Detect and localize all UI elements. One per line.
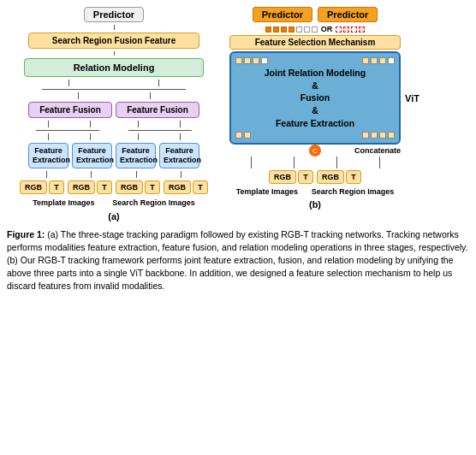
rgb-t-group-3: RGB T: [116, 180, 160, 194]
dot-1: [265, 27, 271, 32]
vl11: [138, 133, 139, 140]
vit-top-dots-row: [235, 57, 395, 64]
image-labels-a: Template Images Search Region Images: [24, 198, 204, 207]
connector-row-2: [42, 92, 186, 99]
fusion-feature-box: Search Region Fusion Feature: [28, 32, 199, 49]
predictor-box-b1: Predictor: [253, 7, 312, 22]
dot-r3: [351, 27, 357, 32]
connector-row-5: [24, 171, 204, 178]
dot-5: [296, 27, 302, 32]
vl13: [46, 171, 47, 178]
dot-r4: [359, 27, 365, 32]
connector-2: [114, 51, 115, 56]
part-b-label: (b): [309, 199, 321, 210]
b-rgb-t-group-1: RGB T: [269, 170, 313, 184]
vit-wrapper: Joint Relation Modeling&Fusion&Feature E…: [229, 51, 401, 145]
rgb-t-group-4: RGB T: [164, 180, 208, 194]
vit-dot-3: [253, 57, 259, 64]
relation-modeling-box: Relation Modeling: [24, 58, 204, 77]
vl15: [136, 171, 137, 178]
vl14: [91, 171, 92, 178]
vl8: [180, 121, 181, 127]
bvl1: [251, 157, 252, 168]
rgb-box-4: RGB: [164, 180, 191, 194]
feature-fusion-box-1: Feature Fusion: [28, 102, 112, 118]
h-bar-1: [42, 89, 186, 90]
dot-2: [273, 27, 279, 32]
hbar-row: [30, 130, 198, 131]
vit-dot-4: [261, 57, 268, 64]
extraction-row: FeatureExtraction FeatureExtraction Feat…: [28, 143, 199, 168]
extraction-box-4: FeatureExtraction: [159, 143, 199, 168]
vit-bdot-5: [379, 132, 386, 139]
b-rgb-t-group-2: RGB T: [317, 170, 361, 184]
vit-dot-7: [379, 57, 386, 64]
dot-6: [304, 27, 310, 32]
t-box-1: T: [49, 180, 64, 194]
vit-label: ViT: [405, 93, 419, 103]
b-rgb-box-2: RGB: [317, 170, 344, 184]
predictor-box-a: Predictor: [84, 7, 144, 22]
vl9: [48, 133, 49, 140]
extraction-box-1: FeatureExtraction: [28, 143, 68, 168]
vit-dot-8: [388, 57, 395, 64]
b-t-box-1: T: [298, 170, 313, 184]
t-box-3: T: [145, 180, 160, 194]
vl1: [68, 80, 69, 86]
bvl3: [336, 157, 337, 168]
vl7: [138, 121, 139, 127]
vit-bottom-dots-row: [235, 132, 395, 139]
t-box-2: T: [97, 180, 112, 194]
dots-left: [265, 27, 318, 32]
connector-row-3: [24, 121, 204, 127]
feature-fusion-box-2: Feature Fusion: [116, 102, 199, 118]
figure-caption: Figure 1: (a) The three-stage tracking p…: [7, 228, 469, 293]
vit-dot-5: [362, 57, 369, 64]
b-rgb-t-row: RGB T RGB T: [269, 170, 361, 184]
part-a: Predictor Search Region Fusion Feature R…: [7, 7, 221, 222]
figure-ref: Figure 1:: [7, 229, 45, 239]
extraction-box-3: FeatureExtraction: [116, 143, 156, 168]
vl5: [48, 121, 49, 127]
rgb-box-2: RGB: [68, 180, 95, 194]
dots-or-row: OR: [265, 25, 366, 33]
c-circle: C: [309, 145, 321, 157]
vl16: [181, 171, 181, 178]
concat-row: C Concatenate: [229, 146, 401, 155]
vit-bdot-1: [235, 132, 242, 139]
rgb-box-3: RGB: [116, 180, 143, 194]
dot-3: [281, 27, 287, 32]
predictor-row-b: Predictor Predictor: [253, 7, 378, 22]
vit-dot-2: [244, 57, 251, 64]
dot-r2: [343, 27, 349, 32]
vl2: [158, 80, 159, 86]
dot-r1: [336, 27, 342, 32]
rgb-t-row-a: RGB T RGB T RGB T RGB T: [20, 180, 208, 194]
b-vert-connectors: [229, 157, 401, 168]
predictor-box-b2: Predictor: [318, 7, 378, 22]
vl12: [180, 133, 181, 140]
vit-box: Joint Relation Modeling&Fusion&Feature E…: [229, 51, 401, 145]
connector-row-1: [24, 80, 204, 86]
vit-bdot-4: [371, 132, 378, 139]
diagram-area: Predictor Search Region Fusion Feature R…: [7, 7, 469, 222]
extraction-box-2: FeatureExtraction: [72, 143, 112, 168]
vit-dot-6: [371, 57, 378, 64]
vl4: [150, 92, 151, 99]
rgb-t-group-1: RGB T: [20, 180, 64, 194]
vl6: [90, 121, 91, 127]
dot-7: [312, 27, 318, 32]
bvl4: [379, 157, 380, 168]
image-labels-b: Template Images Search Region Images: [229, 187, 401, 196]
template-images-label-a: Template Images: [33, 198, 94, 207]
search-region-images-label-a: Search Region Images: [112, 198, 195, 207]
rgb-t-group-2: RGB T: [68, 180, 112, 194]
joint-title: Joint Relation Modeling&Fusion&Feature E…: [265, 67, 366, 129]
vl3: [78, 92, 79, 99]
bvl2: [294, 157, 295, 168]
concatenate-label: Concatenate: [354, 146, 401, 155]
part-b: Predictor Predictor OR Feature: [229, 7, 401, 222]
vit-dot-1: [235, 57, 242, 64]
part-a-label: (a): [108, 211, 119, 222]
connector-row-4: [24, 133, 204, 140]
